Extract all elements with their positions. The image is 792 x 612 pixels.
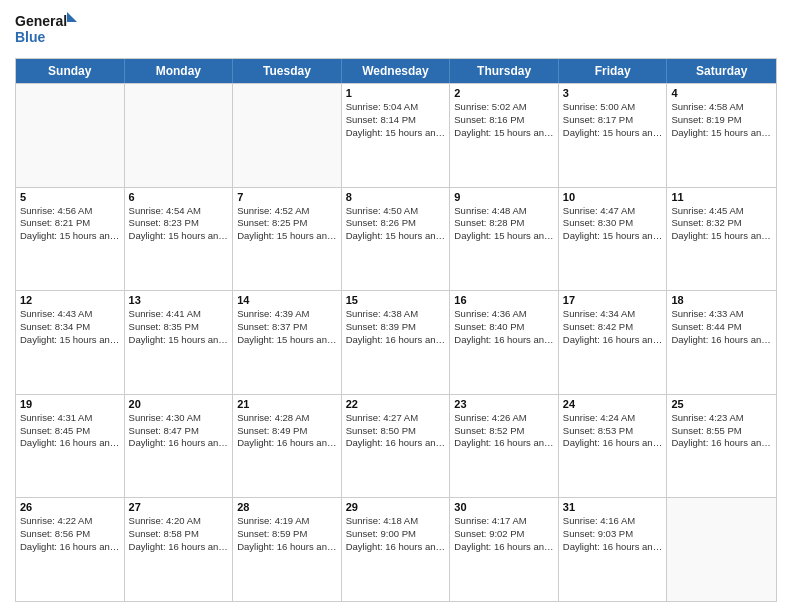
sunset-text: Sunset: 9:00 PM bbox=[346, 528, 446, 541]
daylight-text: Daylight: 16 hours and 1 minute. bbox=[346, 334, 446, 347]
cal-cell-0-3: 1Sunrise: 5:04 AMSunset: 8:14 PMDaylight… bbox=[342, 84, 451, 187]
daylight-text: Daylight: 15 hours and 17 minutes. bbox=[563, 127, 663, 140]
daylight-text: Daylight: 15 hours and 32 minutes. bbox=[237, 230, 337, 243]
daylight-text: Daylight: 15 hours and 39 minutes. bbox=[454, 230, 554, 243]
day-number: 7 bbox=[237, 191, 337, 203]
sunset-text: Sunset: 8:35 PM bbox=[129, 321, 229, 334]
sunrise-text: Sunrise: 4:45 AM bbox=[671, 205, 772, 218]
day-number: 13 bbox=[129, 294, 229, 306]
calendar-row-1: 5Sunrise: 4:56 AMSunset: 8:21 PMDaylight… bbox=[16, 187, 776, 291]
daylight-text: Daylight: 15 hours and 50 minutes. bbox=[20, 334, 120, 347]
logo: GeneralBlue bbox=[15, 10, 85, 50]
day-number: 22 bbox=[346, 398, 446, 410]
cal-cell-2-4: 16Sunrise: 4:36 AMSunset: 8:40 PMDayligh… bbox=[450, 291, 559, 394]
day-number: 21 bbox=[237, 398, 337, 410]
day-number: 6 bbox=[129, 191, 229, 203]
header: GeneralBlue bbox=[15, 10, 777, 50]
sunset-text: Sunset: 8:17 PM bbox=[563, 114, 663, 127]
cal-cell-1-6: 11Sunrise: 4:45 AMSunset: 8:32 PMDayligh… bbox=[667, 188, 776, 291]
sunset-text: Sunset: 8:44 PM bbox=[671, 321, 772, 334]
cal-cell-1-0: 5Sunrise: 4:56 AMSunset: 8:21 PMDaylight… bbox=[16, 188, 125, 291]
sunset-text: Sunset: 8:16 PM bbox=[454, 114, 554, 127]
day-number: 17 bbox=[563, 294, 663, 306]
day-number: 5 bbox=[20, 191, 120, 203]
day-number: 24 bbox=[563, 398, 663, 410]
sunset-text: Sunset: 8:28 PM bbox=[454, 217, 554, 230]
daylight-text: Daylight: 15 hours and 21 minutes. bbox=[671, 127, 772, 140]
header-day-sunday: Sunday bbox=[16, 59, 125, 83]
sunrise-text: Sunrise: 4:34 AM bbox=[563, 308, 663, 321]
daylight-text: Daylight: 16 hours and 39 minutes. bbox=[237, 541, 337, 554]
sunrise-text: Sunrise: 4:33 AM bbox=[671, 308, 772, 321]
cal-cell-0-5: 3Sunrise: 5:00 AMSunset: 8:17 PMDaylight… bbox=[559, 84, 668, 187]
svg-marker-2 bbox=[67, 12, 77, 22]
daylight-text: Daylight: 16 hours and 44 minutes. bbox=[454, 541, 554, 554]
sunrise-text: Sunrise: 5:02 AM bbox=[454, 101, 554, 114]
daylight-text: Daylight: 15 hours and 57 minutes. bbox=[237, 334, 337, 347]
sunset-text: Sunset: 8:52 PM bbox=[454, 425, 554, 438]
day-number: 9 bbox=[454, 191, 554, 203]
cal-cell-3-0: 19Sunrise: 4:31 AMSunset: 8:45 PMDayligh… bbox=[16, 395, 125, 498]
sunset-text: Sunset: 8:34 PM bbox=[20, 321, 120, 334]
sunset-text: Sunset: 8:56 PM bbox=[20, 528, 120, 541]
cal-cell-1-5: 10Sunrise: 4:47 AMSunset: 8:30 PMDayligh… bbox=[559, 188, 668, 291]
cal-cell-4-3: 29Sunrise: 4:18 AMSunset: 9:00 PMDayligh… bbox=[342, 498, 451, 601]
daylight-text: Daylight: 16 hours and 46 minutes. bbox=[563, 541, 663, 554]
daylight-text: Daylight: 16 hours and 23 minutes. bbox=[346, 437, 446, 450]
cal-cell-1-1: 6Sunrise: 4:54 AMSunset: 8:23 PMDaylight… bbox=[125, 188, 234, 291]
day-number: 12 bbox=[20, 294, 120, 306]
sunrise-text: Sunrise: 4:58 AM bbox=[671, 101, 772, 114]
sunrise-text: Sunrise: 4:20 AM bbox=[129, 515, 229, 528]
sunrise-text: Sunrise: 4:30 AM bbox=[129, 412, 229, 425]
sunrise-text: Sunrise: 4:43 AM bbox=[20, 308, 120, 321]
cal-cell-3-3: 22Sunrise: 4:27 AMSunset: 8:50 PMDayligh… bbox=[342, 395, 451, 498]
sunrise-text: Sunrise: 4:16 AM bbox=[563, 515, 663, 528]
daylight-text: Daylight: 16 hours and 26 minutes. bbox=[454, 437, 554, 450]
cal-cell-3-1: 20Sunrise: 4:30 AMSunset: 8:47 PMDayligh… bbox=[125, 395, 234, 498]
sunrise-text: Sunrise: 4:31 AM bbox=[20, 412, 120, 425]
sunrise-text: Sunrise: 4:17 AM bbox=[454, 515, 554, 528]
cal-cell-2-2: 14Sunrise: 4:39 AMSunset: 8:37 PMDayligh… bbox=[233, 291, 342, 394]
header-day-saturday: Saturday bbox=[667, 59, 776, 83]
day-number: 19 bbox=[20, 398, 120, 410]
cal-cell-4-2: 28Sunrise: 4:19 AMSunset: 8:59 PMDayligh… bbox=[233, 498, 342, 601]
logo-svg: GeneralBlue bbox=[15, 10, 85, 50]
header-day-thursday: Thursday bbox=[450, 59, 559, 83]
calendar-header: SundayMondayTuesdayWednesdayThursdayFrid… bbox=[16, 59, 776, 83]
cal-cell-3-6: 25Sunrise: 4:23 AMSunset: 8:55 PMDayligh… bbox=[667, 395, 776, 498]
sunrise-text: Sunrise: 4:18 AM bbox=[346, 515, 446, 528]
day-number: 14 bbox=[237, 294, 337, 306]
sunset-text: Sunset: 8:19 PM bbox=[671, 114, 772, 127]
daylight-text: Daylight: 16 hours and 17 minutes. bbox=[129, 437, 229, 450]
cal-cell-3-2: 21Sunrise: 4:28 AMSunset: 8:49 PMDayligh… bbox=[233, 395, 342, 498]
cal-cell-2-6: 18Sunrise: 4:33 AMSunset: 8:44 PMDayligh… bbox=[667, 291, 776, 394]
sunrise-text: Sunrise: 4:48 AM bbox=[454, 205, 554, 218]
sunrise-text: Sunrise: 4:28 AM bbox=[237, 412, 337, 425]
sunset-text: Sunset: 8:50 PM bbox=[346, 425, 446, 438]
day-number: 23 bbox=[454, 398, 554, 410]
sunset-text: Sunset: 8:40 PM bbox=[454, 321, 554, 334]
day-number: 10 bbox=[563, 191, 663, 203]
daylight-text: Daylight: 16 hours and 4 minutes. bbox=[454, 334, 554, 347]
day-number: 2 bbox=[454, 87, 554, 99]
cal-cell-3-4: 23Sunrise: 4:26 AMSunset: 8:52 PMDayligh… bbox=[450, 395, 559, 498]
cal-cell-1-3: 8Sunrise: 4:50 AMSunset: 8:26 PMDaylight… bbox=[342, 188, 451, 291]
sunrise-text: Sunrise: 5:00 AM bbox=[563, 101, 663, 114]
cal-cell-0-4: 2Sunrise: 5:02 AMSunset: 8:16 PMDaylight… bbox=[450, 84, 559, 187]
day-number: 31 bbox=[563, 501, 663, 513]
cal-cell-0-2 bbox=[233, 84, 342, 187]
daylight-text: Daylight: 15 hours and 43 minutes. bbox=[563, 230, 663, 243]
cal-cell-4-0: 26Sunrise: 4:22 AMSunset: 8:56 PMDayligh… bbox=[16, 498, 125, 601]
day-number: 28 bbox=[237, 501, 337, 513]
sunset-text: Sunset: 9:03 PM bbox=[563, 528, 663, 541]
sunset-text: Sunset: 8:39 PM bbox=[346, 321, 446, 334]
cal-cell-4-6 bbox=[667, 498, 776, 601]
header-day-friday: Friday bbox=[559, 59, 668, 83]
sunrise-text: Sunrise: 4:54 AM bbox=[129, 205, 229, 218]
sunrise-text: Sunrise: 4:38 AM bbox=[346, 308, 446, 321]
day-number: 27 bbox=[129, 501, 229, 513]
daylight-text: Daylight: 16 hours and 20 minutes. bbox=[237, 437, 337, 450]
sunset-text: Sunset: 8:32 PM bbox=[671, 217, 772, 230]
daylight-text: Daylight: 15 hours and 28 minutes. bbox=[129, 230, 229, 243]
header-day-monday: Monday bbox=[125, 59, 234, 83]
